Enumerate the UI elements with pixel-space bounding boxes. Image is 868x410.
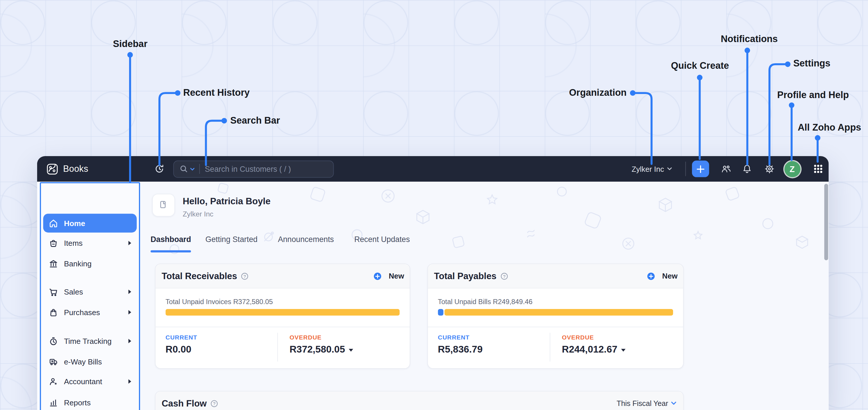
sidebar-item-label: Sales [64,288,122,296]
unpaid-summary: Total Unpaid Bills R249,849.46 [438,298,532,306]
receivables-bar [166,309,400,315]
annotation-search-bar: Search Bar [230,115,280,126]
items-icon [49,238,58,248]
scrollbar-thumb[interactable] [824,184,828,260]
active-tab-underline [151,250,191,252]
avatar-initial: Z [790,164,795,174]
global-search-bar[interactable] [173,160,334,177]
sidebar-item-reports[interactable]: Reports [43,393,136,410]
eway-bills-icon [49,357,58,366]
banking-icon [49,259,58,268]
submenu-chevron-icon [128,310,131,315]
settings-button[interactable] [764,156,774,182]
unpaid-summary: Total Unpaid Invoices R372,580.05 [166,298,273,306]
notifications-button[interactable] [742,156,752,182]
search-icon [180,165,188,173]
cash-flow-card: Cash Flow ? This Fiscal Year [155,391,683,410]
greeting-subtitle: Zylker Inc [183,210,214,218]
caret-down-icon [621,349,625,352]
recent-history-icon [154,164,164,174]
document-icon [158,200,169,210]
fiscal-year-filter[interactable]: This Fiscal Year [617,399,677,408]
sidebar-item-purchases[interactable]: Purchases [43,303,136,322]
books-logo-icon [46,163,58,175]
sidebar-item-eway-bills[interactable]: e-Way Bills [43,352,136,371]
product-name: Books [63,164,89,174]
help-icon[interactable]: ? [241,272,249,280]
plus-icon [696,165,705,173]
annotation-all-zoho-apps: All Zoho Apps [798,122,861,133]
payables-bar [438,309,673,315]
overdue-amount: R244,012.67 [562,344,617,355]
card-title: Cash Flow [162,398,207,409]
chevron-down-icon [671,401,677,405]
main-content: Hello, Patricia Boyle Zylker Inc Dashboa… [140,182,829,410]
search-divider [199,164,200,174]
overdue-value[interactable]: R244,012.67 [562,344,626,355]
card-divider [428,327,683,327]
sidebar-item-accountant[interactable]: Accountant [43,372,136,391]
search-input[interactable] [205,164,333,174]
overdue-amount: R372,580.05 [289,344,345,355]
sidebar-item-banking[interactable]: Banking [43,254,136,273]
current-value: R5,836.79 [438,344,483,355]
sidebar-item-sales[interactable]: Sales [43,282,136,301]
accountant-icon [49,377,58,386]
current-bar-segment [438,309,443,315]
users-icon [721,164,731,174]
tab-announcements[interactable]: Announcements [278,235,334,244]
topbar-divider [685,162,686,176]
tab-recent-updates[interactable]: Recent Updates [354,235,410,244]
recent-history-button[interactable] [154,156,164,182]
tab-dashboard[interactable]: Dashboard [151,235,191,244]
new-button[interactable]: New [389,272,404,280]
new-button[interactable]: New [662,272,678,280]
users-button[interactable] [721,156,731,182]
submenu-chevron-icon [128,379,131,384]
total-receivables-card: Total Receivables ? New Total Unpaid Inv… [155,263,410,369]
total-payables-card: Total Payables ? New Total Unpaid Bills … [427,263,683,369]
sidebar-item-label: Items [64,239,122,247]
svg-text:?: ? [503,274,505,279]
current-stat: CURRENT R5,836.79 [438,334,483,355]
organization-selector[interactable]: Zylker Inc [631,156,672,182]
greeting-title: Hello, Patricia Boyle [183,196,271,206]
annotation-settings: Settings [793,58,830,69]
decorative-doodle-pattern [140,182,829,264]
current-stat: CURRENT R0.00 [166,334,197,355]
books-logo[interactable]: Books [46,156,88,182]
sidebar-item-home[interactable]: Home [43,214,136,233]
home-icon [49,219,58,228]
sidebar-item-label: Accountant [64,377,122,386]
stat-divider [277,333,278,361]
new-plus-icon[interactable] [647,272,655,280]
sidebar-item-time-tracking[interactable]: Time Tracking [43,332,136,350]
annotation-quick-create: Quick Create [671,60,729,71]
svg-text:?: ? [244,274,246,279]
sidebar-item-items[interactable]: Items [43,233,136,252]
overdue-value[interactable]: R372,580.05 [289,344,353,355]
card-title: Total Payables [434,271,496,281]
sidebar-item-label: Purchases [64,308,122,317]
overdue-stat: OVERDUE R372,580.05 [289,334,353,355]
help-icon[interactable]: ? [500,272,508,280]
profile-avatar[interactable]: Z [784,161,800,177]
caret-down-icon [349,349,353,352]
stat-divider [550,333,550,361]
quick-create-button[interactable] [692,160,709,177]
sidebar-item-label: Reports [64,399,131,407]
help-icon[interactable]: ? [211,400,218,407]
tab-getting-started[interactable]: Getting Started [206,235,258,244]
overdue-stat: OVERDUE R244,012.67 [562,334,626,355]
submenu-chevron-icon [128,290,131,294]
chevron-down-icon [666,167,672,170]
all-zoho-apps-button[interactable] [813,156,823,182]
overdue-bar-segment [166,309,400,315]
search-scope-chevron-icon[interactable] [190,167,195,170]
time-tracking-icon [49,336,58,346]
annotation-sidebar: Sidebar [113,39,147,50]
apps-grid-icon [813,164,823,174]
new-plus-icon[interactable] [374,272,381,280]
zoho-books-window: Books Zyl [37,156,829,410]
sales-cart-icon [49,287,58,296]
